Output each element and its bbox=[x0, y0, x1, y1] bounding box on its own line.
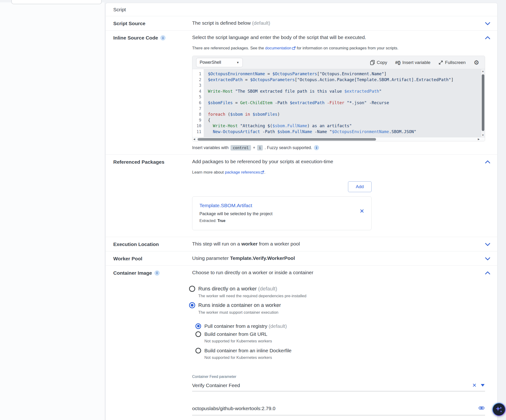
editor-horizontal-scrollbar[interactable]: ◀ ▶ bbox=[192, 137, 485, 141]
select-caret-icon: ▼ bbox=[236, 61, 239, 64]
container-feed-value: Verify Container Feed bbox=[192, 383, 472, 388]
radio-build-from-git-url[interactable]: Build container from Git URL bbox=[195, 331, 485, 337]
remove-package-icon[interactable]: ✕ bbox=[360, 208, 364, 214]
bind-variable-icon[interactable] bbox=[479, 405, 485, 412]
radio-icon bbox=[195, 348, 201, 353]
script-source-value: The script is defined below (default) bbox=[192, 20, 485, 26]
execution-location-label: Execution Location bbox=[113, 241, 192, 247]
radio-runs-directly[interactable]: Runs directly on a worker (default) bbox=[189, 286, 485, 292]
code-line: foreach ($sbom in $sbomFiles) bbox=[208, 111, 476, 117]
referenced-packages-content: Add packages to be referenced by your sc… bbox=[192, 159, 485, 230]
radio-hint: The worker must support container execut… bbox=[198, 310, 485, 315]
radio-runs-inside-container[interactable]: Runs inside a container on a worker bbox=[189, 302, 485, 308]
radio-build-inline-dockerfile[interactable]: Build container from an inline Dockerfil… bbox=[195, 348, 485, 353]
container-image-value: octopuslabs/github-workertools:2.79.0 bbox=[192, 406, 475, 411]
code-line: New-OctopusArtifact -Path $sbom.FullName… bbox=[208, 129, 476, 135]
clear-feed-icon[interactable]: ✕ bbox=[472, 383, 477, 388]
row-execution-location: Execution Location This step will run on… bbox=[106, 237, 497, 251]
package-zone: Add Template.SBOM.Artifact Package will … bbox=[192, 181, 372, 230]
radio-icon bbox=[195, 323, 201, 329]
radio-pull-from-registry[interactable]: Pull container from a registry (default) bbox=[195, 323, 485, 329]
editor-body[interactable]: 1234567891011 $OctopusEnvironmentName = … bbox=[192, 69, 485, 137]
referenced-packages-description: Add packages to be referenced by your sc… bbox=[192, 159, 485, 164]
inline-source-description: Select the script language and enter the… bbox=[192, 35, 485, 40]
editor-vertical-scrollbar[interactable]: ▲ ▼ bbox=[481, 69, 485, 137]
section-title: Script bbox=[106, 3, 497, 16]
code-line bbox=[208, 106, 476, 112]
container-image-label: Container Image i bbox=[113, 270, 192, 276]
container-feed-parameter-label: Container Feed parameter bbox=[192, 375, 485, 379]
row-container-image: Container Image i Choose to run directly… bbox=[106, 266, 497, 420]
radio-icon bbox=[189, 286, 195, 292]
row-inline-source-code: Inline Source Code i Select the script l… bbox=[106, 31, 497, 155]
inline-source-code-label: Inline Source Code i bbox=[113, 35, 192, 41]
gear-icon[interactable]: ⚙ bbox=[474, 59, 479, 66]
code-line bbox=[208, 94, 476, 100]
scroll-right-icon[interactable]: ▶ bbox=[478, 138, 480, 140]
dropdown-caret-icon[interactable] bbox=[481, 384, 485, 387]
insert-variable-button[interactable]: #{} Insert variable bbox=[395, 60, 430, 65]
copy-button[interactable]: Copy bbox=[370, 60, 387, 65]
referenced-packages-note: There are referenced packages. See the d… bbox=[192, 46, 485, 51]
chevron-up-icon[interactable] bbox=[484, 159, 492, 166]
fullscreen-icon bbox=[439, 60, 443, 65]
radio-hint: Not supported for Kubernetes workers bbox=[204, 355, 485, 360]
info-icon[interactable]: i bbox=[314, 145, 319, 150]
row-script-source: Script Source The script is defined belo… bbox=[106, 16, 497, 31]
code-lines[interactable]: $OctopusEnvironmentName = $OctopusParame… bbox=[204, 69, 481, 137]
kbd-i: i bbox=[257, 145, 263, 150]
info-icon[interactable]: i bbox=[160, 35, 166, 40]
documentation-link[interactable]: documentation bbox=[265, 46, 292, 50]
fullscreen-button[interactable]: Fullscreen bbox=[439, 60, 466, 65]
worker-pool-label: Worker Pool bbox=[113, 255, 192, 261]
radio-icon bbox=[189, 302, 195, 308]
referenced-packages-label: Referenced Packages bbox=[113, 159, 192, 165]
learn-more-note: Learn more about package references. bbox=[192, 170, 485, 175]
copy-icon bbox=[370, 60, 375, 65]
package-extracted: Extracted: True bbox=[200, 219, 364, 223]
code-line: Write-Host "Attaching $($sbom.FullName) … bbox=[208, 123, 476, 129]
script-step-card: Script Script Source The script is defin… bbox=[106, 3, 498, 420]
chevron-down-icon[interactable] bbox=[484, 20, 492, 27]
info-icon[interactable]: i bbox=[154, 271, 160, 276]
package-description: Package will be selected by the project bbox=[200, 211, 364, 216]
script-source-label: Script Source bbox=[113, 20, 192, 26]
row-worker-pool: Worker Pool Using parameter Template.Ver… bbox=[106, 251, 497, 266]
container-feed-select[interactable]: Verify Container Feed ✕ bbox=[192, 380, 485, 391]
code-line: $OctopusEnvironmentName = $OctopusParame… bbox=[208, 71, 476, 77]
inline-source-code-content: Select the script language and enter the… bbox=[192, 35, 485, 150]
ai-assistant-button[interactable] bbox=[492, 403, 506, 416]
chevron-up-icon[interactable] bbox=[484, 270, 492, 277]
sidebar-filter-box[interactable] bbox=[11, 0, 102, 4]
scroll-left-icon[interactable]: ◀ bbox=[193, 138, 195, 140]
execution-location-value: This step will run on a worker from a wo… bbox=[192, 241, 485, 247]
scroll-down-icon[interactable]: ▼ bbox=[481, 134, 485, 136]
horizontal-scroll-thumb[interactable] bbox=[198, 138, 376, 141]
container-run-mode-group: Runs directly on a worker (default) The … bbox=[189, 286, 485, 360]
chevron-down-icon[interactable] bbox=[484, 255, 492, 262]
language-select[interactable]: PowerShell ▼ bbox=[196, 58, 243, 67]
editor-toolbar: PowerShell ▼ Copy #{} Insert variable bbox=[192, 56, 485, 69]
code-line bbox=[208, 83, 476, 88]
radio-hint: The worker will need the required depend… bbox=[198, 294, 485, 298]
container-source-group: Pull container from a registry (default)… bbox=[195, 323, 485, 360]
container-image-input[interactable]: octopuslabs/github-workertools:2.79.0 bbox=[192, 403, 485, 415]
code-line: Write-Host "The SBOM extracted file path… bbox=[208, 88, 476, 94]
container-image-description: Choose to run directly on a worker or in… bbox=[192, 270, 485, 275]
add-package-button[interactable]: Add bbox=[348, 181, 372, 192]
chevron-up-icon[interactable] bbox=[484, 34, 492, 41]
default-suffix: (default) bbox=[252, 20, 270, 26]
package-name-link[interactable]: Template.SBOM.Artifact bbox=[200, 203, 364, 208]
code-line: $sbomFiles = Get-ChildItem -Path $extrac… bbox=[208, 100, 476, 106]
insert-variable-icon: #{} bbox=[395, 60, 400, 65]
code-line: $extractedPath = $OctopusParameters["Oct… bbox=[208, 77, 476, 83]
row-referenced-packages: Referenced Packages Add packages to be r… bbox=[106, 155, 497, 237]
package-references-link[interactable]: package references bbox=[225, 170, 260, 174]
chevron-down-icon[interactable] bbox=[484, 241, 492, 248]
radio-icon bbox=[195, 331, 201, 337]
radio-hint: Not supported for Kubernetes workers bbox=[204, 339, 485, 343]
insert-variable-hint: Insert variables with control + i . Fuzz… bbox=[192, 145, 485, 150]
container-image-content: Choose to run directly on a worker or in… bbox=[192, 270, 485, 420]
vertical-scroll-thumb[interactable] bbox=[482, 74, 484, 131]
scroll-up-icon[interactable]: ▲ bbox=[481, 70, 485, 72]
